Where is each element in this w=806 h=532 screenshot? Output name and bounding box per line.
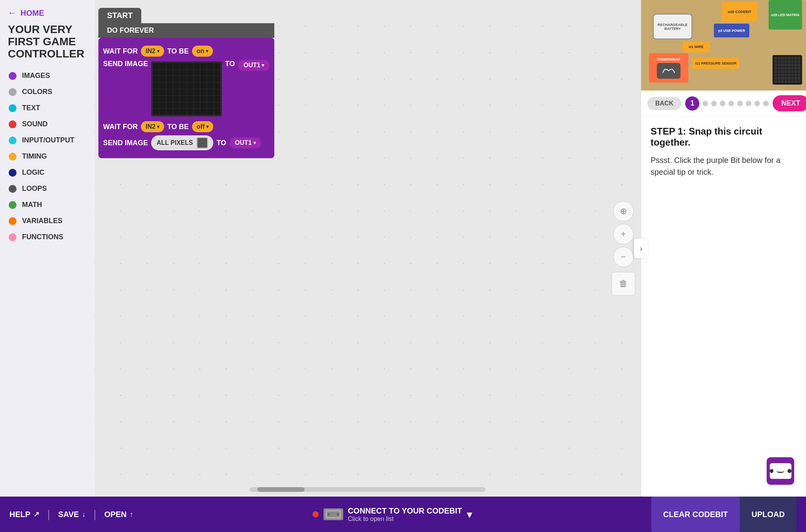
do-forever-block[interactable]: DO FOREVER bbox=[98, 23, 274, 38]
block-outer-container: WAIT FOR IN2 ▾ TO BE on ▾ bbox=[98, 38, 274, 158]
sound-dot bbox=[9, 120, 17, 128]
sidebar-item-text[interactable]: TEXT bbox=[0, 100, 94, 116]
powersnap-component[interactable]: POWERSNAP bbox=[649, 53, 688, 83]
circuit-diagram[interactable]: w26 CODEBIT RECHARGEABLE BATTERY o28 LED… bbox=[641, 0, 806, 91]
mascot-face bbox=[770, 463, 791, 479]
functions-dot bbox=[9, 233, 17, 241]
divider-1: | bbox=[47, 508, 50, 521]
io-label: INPUT/OUTPUT bbox=[22, 136, 74, 144]
wait-for-label-2: WAIT FOR bbox=[103, 123, 138, 131]
sidebar-item-input-output[interactable]: INPUT/OUTPUT bbox=[0, 132, 94, 148]
chevron-down-icon-3: ▾ bbox=[262, 63, 264, 68]
sidebar-item-logic[interactable]: LOGIC bbox=[0, 164, 94, 181]
open-label: OPEN bbox=[104, 510, 127, 519]
functions-label: FUNCTIONS bbox=[22, 233, 63, 241]
connect-dropdown-icon[interactable]: ▾ bbox=[467, 508, 472, 521]
upload-button[interactable]: UPLOAD bbox=[740, 497, 797, 532]
zoom-out-button[interactable]: − bbox=[613, 247, 634, 267]
in2-dropdown-1[interactable]: IN2 ▾ bbox=[141, 46, 164, 57]
on-dropdown[interactable]: on ▾ bbox=[192, 46, 213, 57]
text-dot bbox=[9, 104, 17, 112]
off-dropdown[interactable]: off ▾ bbox=[192, 121, 213, 132]
next-button[interactable]: NEXT bbox=[773, 95, 806, 111]
canvas-scrollbar-thumb bbox=[257, 487, 305, 492]
step-dot-8 bbox=[754, 101, 760, 106]
step-dot-9 bbox=[763, 101, 769, 106]
codebit-component: w26 CODEBIT bbox=[722, 2, 757, 22]
canvas-area[interactable]: START DO FOREVER WAIT FOR IN2 ▾ bbox=[94, 0, 641, 497]
connect-section[interactable]: CONNECT TO YOUR CODEBIT Click to open li… bbox=[140, 506, 645, 523]
sidebar-item-loops[interactable]: LOOPS bbox=[0, 181, 94, 197]
loops-label: LOOPS bbox=[22, 185, 47, 193]
all-pixels-pill[interactable]: ALL PIXELS bbox=[151, 135, 213, 150]
wait-for-row-2: WAIT FOR IN2 ▾ TO BE off ▾ bbox=[103, 121, 270, 132]
sidebar-item-images[interactable]: IMAGES bbox=[0, 68, 94, 84]
project-title: YOUR VERY FIRST GAME CONTROLLER bbox=[8, 24, 87, 60]
step-body: Pssst. Click the purple Bit below for a … bbox=[651, 154, 797, 178]
step-dot-3 bbox=[711, 101, 717, 106]
back-arrow-icon: ← bbox=[8, 8, 17, 18]
panel-chevron-icon: › bbox=[640, 244, 643, 253]
trash-button[interactable]: 🗑 bbox=[612, 272, 635, 296]
blocks-container: START DO FOREVER WAIT FOR IN2 ▾ bbox=[98, 8, 274, 158]
step-navigation-bar: BACK 1 NEXT bbox=[641, 91, 806, 116]
mascot-right-eye bbox=[788, 469, 791, 473]
io-dot bbox=[9, 137, 17, 144]
sidebar-header: ← HOME YOUR VERY FIRST GAME CONTROLLER bbox=[0, 0, 94, 66]
svg-point-2 bbox=[327, 513, 330, 515]
center-button[interactable]: ⊕ bbox=[613, 201, 634, 222]
panel-toggle-button[interactable]: › bbox=[634, 238, 648, 258]
step-title: STEP 1: Snap this circuit together. bbox=[651, 126, 797, 148]
clear-codebit-button[interactable]: CLEAR CODEBIT bbox=[651, 497, 739, 532]
sidebar-item-colors[interactable]: COLORS bbox=[0, 84, 94, 100]
out1-dropdown-2[interactable]: OUT1 ▾ bbox=[229, 137, 261, 148]
wire-component: w1 WIRE bbox=[682, 41, 710, 52]
back-button[interactable]: BACK bbox=[647, 97, 681, 110]
colors-label: COLORS bbox=[22, 88, 52, 96]
main-content: ← HOME YOUR VERY FIRST GAME CONTROLLER I… bbox=[0, 0, 806, 497]
wait-for-label-1: WAIT FOR bbox=[103, 47, 138, 55]
help-button[interactable]: HELP ↗ bbox=[9, 510, 39, 519]
canvas-scrollbar[interactable] bbox=[250, 487, 486, 492]
to-label-2: TO bbox=[216, 139, 226, 147]
sidebar-item-functions[interactable]: FUNCTIONS bbox=[0, 229, 94, 245]
in2-dropdown-2[interactable]: IN2 ▾ bbox=[141, 121, 164, 132]
sidebar-item-variables[interactable]: VARIABLES bbox=[0, 213, 94, 229]
images-dot bbox=[9, 72, 17, 80]
help-label: HELP bbox=[9, 510, 30, 519]
battery-component: RECHARGEABLE BATTERY bbox=[653, 14, 692, 39]
zoom-in-button[interactable]: + bbox=[613, 224, 634, 244]
start-block[interactable]: START bbox=[98, 8, 141, 23]
divider-2: | bbox=[94, 508, 96, 521]
save-button[interactable]: SAVE ↓ bbox=[58, 510, 86, 519]
send-image-label-1: SEND IMAGE bbox=[103, 60, 148, 68]
out1-dropdown-1[interactable]: OUT1 ▾ bbox=[238, 60, 270, 71]
center-icon: ⊕ bbox=[620, 206, 627, 216]
step-indicator: 1 bbox=[685, 96, 769, 111]
variables-dot bbox=[9, 217, 17, 225]
chevron-down-icon-4: ▾ bbox=[157, 124, 159, 129]
open-button[interactable]: OPEN ↑ bbox=[104, 510, 133, 519]
variables-label: VARIABLES bbox=[22, 217, 63, 225]
instructions-panel: STEP 1: Snap this circuit together. Psss… bbox=[641, 116, 806, 497]
home-link[interactable]: ← HOME bbox=[8, 8, 87, 18]
sidebar-nav: IMAGES COLORS TEXT SOUND INPUT/OUTPUT bbox=[0, 66, 94, 247]
sidebar-item-sound[interactable]: SOUND bbox=[0, 116, 94, 132]
sidebar-item-math[interactable]: MATH bbox=[0, 197, 94, 213]
loops-dot bbox=[9, 185, 17, 193]
logic-dot bbox=[9, 169, 17, 177]
toolbar: HELP ↗ | SAVE ↓ | OPEN ↑ CONNECT bbox=[0, 497, 806, 532]
connect-title: CONNECT TO YOUR CODEBIT bbox=[348, 506, 462, 515]
colors-dot bbox=[9, 88, 17, 96]
step-dot-5 bbox=[728, 101, 734, 106]
mascot[interactable] bbox=[767, 457, 798, 489]
image-grid-block[interactable] bbox=[151, 61, 222, 116]
to-label-1: TO bbox=[225, 60, 235, 68]
sidebar-item-timing[interactable]: TIMING bbox=[0, 148, 94, 164]
save-icon: ↓ bbox=[82, 510, 86, 519]
send-image-row-2: SEND IMAGE ALL PIXELS TO OUT1 ▾ bbox=[103, 135, 270, 150]
math-label: MATH bbox=[22, 201, 42, 209]
math-dot bbox=[9, 201, 17, 209]
zoom-out-icon: − bbox=[621, 252, 626, 262]
home-label: HOME bbox=[20, 9, 44, 18]
